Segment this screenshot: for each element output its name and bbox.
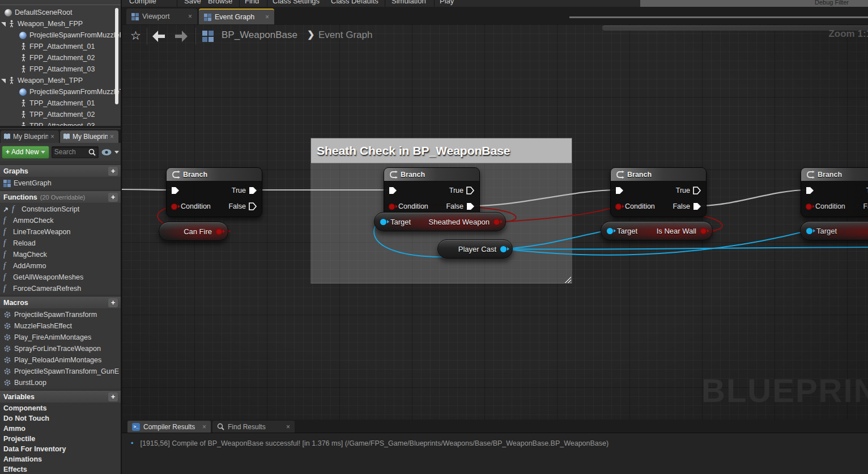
close-icon[interactable]: × (265, 14, 269, 20)
component-row[interactable]: DefaultSceneRoot (5, 7, 118, 18)
tab-viewport[interactable]: Viewport × (126, 9, 197, 24)
expand-arrow-icon[interactable] (1, 79, 6, 83)
comment-header[interactable]: Sheath Check in BP_WeaponBase (311, 138, 572, 163)
visibility-eye-icon[interactable] (101, 149, 112, 156)
list-item-macro[interactable]: BurstLoop (0, 377, 121, 388)
add-graph-button[interactable]: + (108, 167, 118, 176)
list-item-function[interactable]: fLineTraceWeapon (0, 226, 121, 238)
list-item-macro[interactable]: ProjectileSpawnTransform_GunE (0, 366, 121, 377)
debug-filter-dropdown[interactable]: Debug Filter (640, 0, 868, 7)
list-item-macro[interactable]: Play_ReloadAnimMontages (0, 354, 121, 366)
list-item-eventgraph[interactable]: EventGraph (0, 177, 121, 189)
list-item-macro[interactable]: MuzzleFlashEffect (0, 320, 121, 332)
condition-pin[interactable] (389, 204, 395, 210)
find-button[interactable]: Find (245, 0, 259, 5)
search-input[interactable]: Search (52, 146, 99, 158)
component-row[interactable]: ProjectileSpawnFromMuzzleT (19, 86, 121, 98)
list-item-macro[interactable]: Play_FireAnimMontages (0, 332, 121, 343)
list-item-macro[interactable]: ProjectileSpawnTransform (0, 309, 121, 320)
exec-in-pin[interactable] (389, 187, 397, 194)
section-header-graphs[interactable]: Graphs + (0, 164, 121, 177)
browse-button[interactable]: Browse (208, 0, 232, 5)
add-macro-button[interactable]: + (108, 298, 118, 307)
bool-out-pin[interactable] (493, 219, 500, 225)
variable-category[interactable]: Ammo (0, 424, 121, 434)
compile-button[interactable]: Compile (129, 0, 156, 5)
variable-category[interactable]: Projectile (0, 434, 121, 444)
is-near-wall-node[interactable]: Target Is Near Wall (601, 221, 713, 240)
save-button[interactable]: Save (184, 0, 201, 5)
exec-in-pin[interactable] (806, 187, 814, 194)
exec-in-pin[interactable] (615, 187, 624, 194)
section-header-functions[interactable]: Functions (20 Overridable) + (0, 191, 121, 203)
branch-node-header[interactable]: Branch (801, 168, 868, 181)
branch-node-1[interactable]: Branch True Condition False (166, 167, 262, 217)
tab-find-results[interactable]: Find Results × (212, 421, 295, 433)
components-scrollbar[interactable] (115, 8, 118, 104)
close-icon[interactable]: × (202, 424, 206, 430)
section-header-macros[interactable]: Macros + (0, 296, 121, 308)
comment-resize-handle[interactable] (564, 276, 571, 283)
sheathed-weapon-node[interactable]: Target Sheathed Weapon (374, 212, 506, 231)
exec-out-true-pin[interactable] (693, 187, 701, 194)
favorite-star-icon[interactable]: ☆ (130, 29, 141, 43)
variable-category[interactable]: Animations (0, 454, 121, 464)
component-row[interactable]: TPP_Attachment_02 (20, 109, 121, 120)
condition-pin[interactable] (806, 204, 812, 210)
close-icon[interactable]: × (188, 13, 192, 20)
condition-pin[interactable] (171, 204, 177, 210)
variable-category[interactable]: Effects (0, 464, 121, 474)
add-new-button[interactable]: + Add New (2, 146, 49, 159)
component-row[interactable]: TPP_Attachment_01 (20, 98, 121, 109)
forward-arrow-icon[interactable] (174, 30, 189, 43)
section-header-variables[interactable]: Variables + (0, 390, 121, 403)
exec-out-false-pin[interactable] (466, 202, 475, 210)
exec-out-false-pin[interactable] (249, 202, 257, 210)
tab-my-blueprint-1[interactable]: My Blueprint × (1, 130, 59, 143)
list-item-function[interactable]: fMagCheck (0, 249, 121, 260)
variable-category[interactable]: Do Not Touch (0, 413, 121, 424)
condition-pin[interactable] (615, 204, 622, 210)
component-row[interactable]: TPP_Attachment_03 (20, 120, 121, 128)
class-settings-button[interactable]: Class Settings (273, 0, 320, 5)
tab-compiler-results[interactable]: >_ Compiler Results × (127, 421, 211, 433)
branch-node-header[interactable]: Branch (611, 168, 706, 181)
list-item-function[interactable]: fAddAmmo (0, 260, 121, 272)
branch-node-4[interactable]: Branch True Condition False (801, 167, 868, 217)
add-function-button[interactable]: + (108, 193, 118, 202)
component-row[interactable]: Weapon_Mesh_FPP (1, 18, 114, 29)
component-row[interactable]: FPP_Attachment_03 (20, 64, 121, 75)
add-variable-button[interactable]: + (108, 392, 118, 401)
close-icon[interactable]: × (286, 424, 290, 430)
player-cast-node[interactable]: Player Cast (437, 239, 513, 259)
breadcrumb-root[interactable]: BP_WeaponBase (222, 29, 297, 41)
event-graph-canvas[interactable]: BLUEPRINT ☆ BP_WeaponBase ❯ Event Graph … (122, 24, 868, 420)
tab-my-blueprint-2[interactable]: My Blueprint × (60, 130, 118, 143)
exec-out-false-pin[interactable] (693, 202, 701, 210)
play-button[interactable]: Play (440, 0, 454, 5)
exec-in-pin[interactable] (171, 187, 180, 194)
branch-node-header[interactable]: Branch (384, 168, 479, 181)
component-row[interactable]: FPP_Attachment_02 (20, 52, 121, 64)
component-row[interactable]: ProjectileSpawnFromMuzzleF (19, 29, 121, 41)
exec-out-true-pin[interactable] (249, 187, 257, 194)
simulation-button[interactable]: Simulation (392, 0, 426, 5)
component-row[interactable]: Weapon_Mesh_TPP (1, 75, 114, 86)
bool-out-pin[interactable] (216, 228, 222, 235)
target-in-pin[interactable] (607, 228, 613, 234)
object-out-pin[interactable] (500, 246, 507, 252)
list-item-function[interactable]: fForceCameraRefresh (0, 283, 121, 294)
variable-category[interactable]: Components (0, 403, 121, 413)
exec-out-true-pin[interactable] (466, 187, 475, 194)
chevron-down-icon[interactable] (114, 151, 119, 154)
list-item-function[interactable]: fReload (0, 238, 121, 249)
target-in-pin[interactable] (380, 219, 386, 225)
is-reloading-node[interactable]: Target Is Relo (800, 221, 868, 240)
branch-node-2[interactable]: Branch True Condition False (384, 167, 480, 217)
branch-node-header[interactable]: Branch (167, 168, 262, 181)
bool-out-pin[interactable] (700, 228, 707, 234)
class-defaults-button[interactable]: Class Defaults (331, 0, 378, 5)
close-icon[interactable]: × (50, 133, 54, 140)
list-item-macro[interactable]: SprayForLineTraceWeapon (0, 343, 121, 354)
list-item-function[interactable]: fAmmoCheck (0, 215, 121, 226)
